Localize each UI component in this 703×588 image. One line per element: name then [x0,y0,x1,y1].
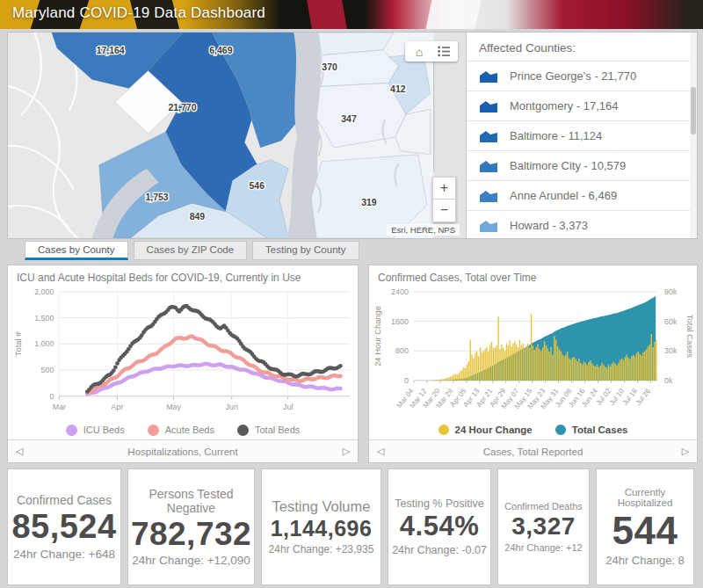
tab-cases-by-county[interactable]: Cases by County [25,241,128,260]
daily-change-bar [561,352,562,381]
daily-change-bar [508,345,509,381]
pager-label: Cases, Total Reported [392,446,674,457]
legend-list-icon[interactable] [437,45,451,58]
hospital-beds-chart-panel: ICU and Acute Hospital Beds for COVID-19… [7,265,359,463]
county-list-item[interactable]: Montgomery - 17,164 [467,91,697,120]
daily-change-bar [652,347,653,381]
data-point [338,374,343,378]
hospital-beds-chart: 2,0001,5001,0005000MarAprMayJunJulTotal … [8,283,358,420]
legend-dot-icon [438,425,449,435]
card-change: 24hr Change: +12,090 [132,554,250,567]
daily-change-bar [555,340,556,381]
county-list-label: Howard - 3,373 [510,219,588,232]
county-list-item[interactable]: Baltimore - 11,124 [467,120,697,150]
legend-item: ICU Beds [66,425,125,436]
daily-change-bar [491,342,492,381]
y-tick-label: 800 [395,346,409,355]
daily-change-bar [445,378,446,380]
y-tick-label: 2400 [391,287,409,296]
county-shape-icon [479,159,498,173]
daily-change-bar [618,363,619,381]
daily-change-bar [511,346,511,381]
counties-scrollbar-thumb[interactable] [691,87,696,134]
daily-change-bar [590,360,591,381]
map-label-st-marys: 849 [190,212,206,221]
pager-next-icon[interactable]: ▷ [674,446,697,457]
counties-scrollbar[interactable] [690,33,697,238]
daily-change-bar [612,364,612,381]
daily-change-bar [620,359,620,381]
daily-change-bar [496,345,497,381]
x-tick-label: Mar [53,403,66,411]
county-shape-icon [479,99,498,113]
daily-change-bar [574,357,575,381]
daily-change-bar [547,348,548,381]
pager-prev-icon[interactable]: ◁ [8,446,31,457]
y-axis-title-left: 24 Hour Change [373,306,382,367]
daily-change-bar [453,374,454,381]
legend-dot-icon [555,425,566,435]
daily-change-bar [598,367,599,381]
zoom-in-button[interactable]: + [432,177,456,200]
daily-change-bar [540,351,541,381]
daily-change-bar [435,380,436,381]
zoom-out-button[interactable]: − [432,200,456,222]
daily-change-bar [463,367,464,381]
map-label-calvert: 546 [250,182,265,192]
confirmed-cases-chart: 24001600800090k60k30k0k24 Hour ChangeTot… [369,283,697,420]
daily-change-bar [625,357,626,381]
card-value: 4.54% [400,512,479,541]
legend-label: Total Beds [255,425,300,435]
daily-change-bar [504,351,505,381]
y-tick-label: 60k [664,317,678,326]
chart-title: Confirmed Cases, Total over Time [369,265,697,283]
y-tick-label: 90k [664,287,678,296]
county-list-item[interactable]: Prince George's - 21,770 [467,61,697,91]
daily-change-bar [455,374,456,381]
map-label-charles: 1,753 [145,192,168,202]
daily-change-bar [567,352,568,381]
daily-change-bar [595,367,596,381]
tab-testing-by-county[interactable]: Testing by County [252,241,359,260]
legend-dot-icon [148,425,159,436]
y-tick-label: 0 [404,376,409,385]
card-change: 24hr Change: +12 [504,542,582,553]
county-list-item[interactable]: Howard - 3,373 [467,210,697,239]
daily-change-bar [613,362,614,381]
daily-change-bar [627,354,627,381]
daily-change-bar [582,364,583,381]
pager-next-icon[interactable]: ▷ [335,446,358,457]
card-label: Confirmed Cases [17,493,112,507]
daily-change-bar [576,361,577,381]
card-label: Currently Hospitalized [597,487,693,508]
daily-change-bar [480,347,481,381]
legend-item: 24 Hour Change [438,425,533,435]
daily-change-bar [597,365,598,381]
y-axis-title: Total # [13,331,23,356]
daily-change-bar [448,377,449,381]
data-point [338,364,343,368]
x-tick-label: Jun [226,403,238,411]
pager-prev-icon[interactable]: ◁ [369,446,392,457]
county-list-item[interactable]: Anne Arundel - 6,469 [467,180,697,210]
card-testing-volume: Testing Volume 1,144,696 24hr Change: +2… [261,468,381,585]
daily-change-bar [649,345,650,381]
home-icon[interactable]: ⌂ [412,45,426,58]
legend-label: Acute Beds [165,425,214,435]
daily-change-bar [606,368,607,381]
daily-change-bar [468,361,469,381]
card-confirmed-cases: Confirmed Cases 85,524 24hr Change: +648 [7,468,121,585]
daily-change-bar [646,349,647,381]
daily-change-bar [586,365,587,381]
county-list-item[interactable]: Baltimore City - 10,579 [467,150,697,180]
daily-change-bar [534,350,535,381]
daily-change-bar [524,348,525,381]
daily-change-bar [585,363,586,381]
tab-cases-by-zip[interactable]: Cases by ZIP Code [134,241,248,260]
daily-change-bar [493,348,494,381]
affected-counties-title: Affected Counties: [467,33,697,61]
daily-change-bar [550,347,551,381]
daily-change-bar [519,340,520,381]
affected-counties-panel: Affected Counties: Prince George's - 21,… [466,33,697,238]
daily-change-bar [461,370,462,381]
